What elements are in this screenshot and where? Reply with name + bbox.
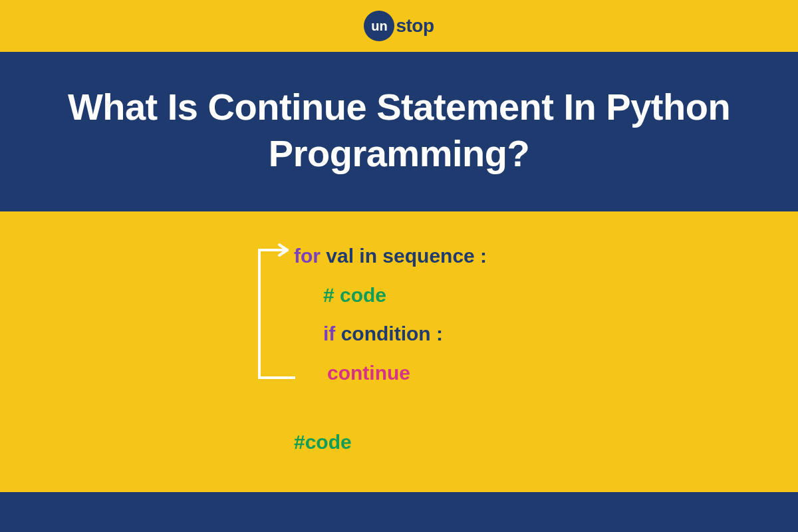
footer-band bbox=[0, 492, 798, 532]
code-line-3: if condition : bbox=[294, 315, 487, 354]
logo-circle: un bbox=[364, 11, 394, 41]
for-line-text: val in sequence : bbox=[321, 245, 487, 267]
if-keyword: if bbox=[323, 323, 335, 344]
page-title: What Is Continue Statement In Python Pro… bbox=[27, 84, 771, 177]
logo-circle-text: un bbox=[371, 19, 387, 34]
if-line-text: condition : bbox=[335, 323, 443, 344]
logo-rest-text: stop bbox=[396, 15, 434, 37]
title-band: What Is Continue Statement In Python Pro… bbox=[0, 52, 798, 211]
logo: un stop bbox=[364, 11, 434, 41]
continue-keyword: continue bbox=[327, 362, 410, 384]
code-line-4: continue bbox=[294, 354, 487, 393]
code-area: for val in sequence : # code if conditio… bbox=[0, 211, 798, 496]
code-comment-1: # code bbox=[323, 284, 386, 306]
header-strip: un stop bbox=[0, 0, 798, 52]
code-line-1: for val in sequence : bbox=[294, 237, 487, 276]
code-comment-2: #code bbox=[294, 431, 352, 454]
code-line-2: # code bbox=[294, 276, 487, 315]
code-block: for val in sequence : # code if conditio… bbox=[294, 237, 487, 392]
for-keyword: for bbox=[294, 245, 321, 267]
